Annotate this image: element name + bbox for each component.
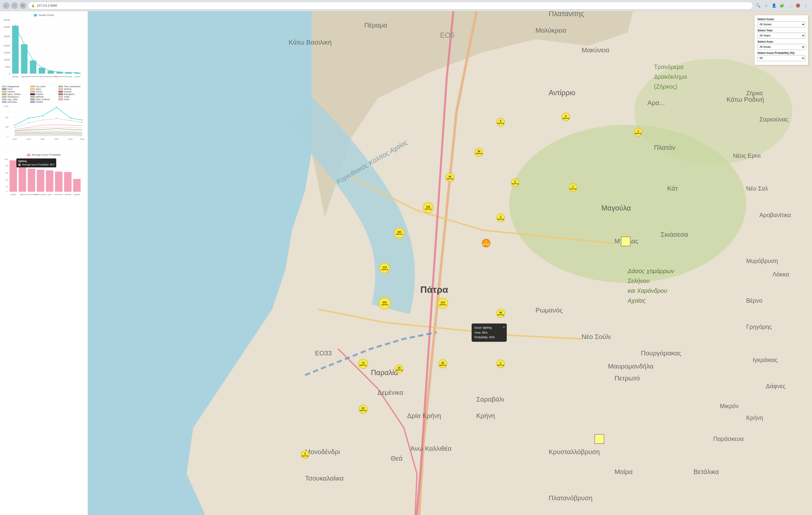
svg-point-62 <box>42 119 43 120</box>
map-cluster-c15[interactable]: 46lighting <box>496 309 505 318</box>
window-icon-btn[interactable]: ⬜ <box>787 2 793 9</box>
map-cluster-c11[interactable]: 2garbage <box>482 239 490 247</box>
legend-sichena: Sichena <box>58 88 86 90</box>
left-panel: Issues Count 35,000 30,000 25,000 20,000… <box>0 11 88 515</box>
prob-chart-title: Average Issue Probability <box>2 153 86 156</box>
legend-color-triwn <box>58 86 63 87</box>
select-area-dropdown[interactable]: All Areas Mira Skagiopoulio <box>757 44 805 50</box>
svg-text:1,200: 1,200 <box>4 105 8 107</box>
svg-text:2022: 2022 <box>69 138 73 140</box>
legend-color-demenika <box>2 101 6 103</box>
select-year-dropdown[interactable]: All Years 2018 2019 2020 2021 2022 2023 <box>757 33 805 39</box>
svg-text:40: 40 <box>6 179 8 181</box>
svg-point-59 <box>82 119 83 120</box>
svg-text:60: 60 <box>6 172 8 174</box>
svg-rect-81 <box>37 170 44 192</box>
legend-color-kria <box>30 86 35 87</box>
map-cluster-c14[interactable]: 115lighting <box>437 298 448 309</box>
security-icon: 🔒 <box>31 4 35 7</box>
svg-text:green: green <box>40 76 44 78</box>
svg-rect-80 <box>28 168 35 192</box>
forward-button[interactable]: → <box>11 2 18 9</box>
extension-icon-btn[interactable]: 🧩 <box>779 2 785 9</box>
svg-point-61 <box>28 123 29 123</box>
svg-point-24 <box>15 25 16 26</box>
svg-rect-78 <box>9 160 17 192</box>
select-issue-label: Select Issue: <box>757 18 805 21</box>
legend-color-agios-andreas <box>30 99 35 100</box>
map-cluster-c2[interactable]: 6lighting <box>561 113 570 121</box>
reload-button[interactable]: ↻ <box>20 2 26 9</box>
map-cluster-c16[interactable]: 73lighting <box>358 359 368 369</box>
legend-color-tarampoura <box>2 96 6 98</box>
legend-color-skagiopoulio <box>2 86 6 87</box>
map-cluster-c20[interactable]: 22lighting <box>359 405 368 414</box>
map-area[interactable]: Πλατανίτης Πέραμα Κάτω Βασιλική EO5 Μολύ… <box>88 11 812 515</box>
svg-text:10,000: 10,000 <box>3 59 10 61</box>
legend-color-kashtisi <box>30 101 35 103</box>
svg-point-28 <box>50 70 52 72</box>
legend-makrigianni: Makrigianni <box>58 93 86 96</box>
profile-icon-btn[interactable]: 👤 <box>771 2 777 9</box>
svg-text:parking: parking <box>10 194 16 195</box>
svg-point-54 <box>14 125 15 126</box>
svg-text:35,000: 35,000 <box>3 19 10 21</box>
map-cluster-c5[interactable]: 44lighting <box>445 173 455 182</box>
svg-point-26 <box>32 60 34 61</box>
svg-text:environment: environment <box>54 194 63 195</box>
svg-text:800: 800 <box>5 116 9 118</box>
map-cluster-c4[interactable]: 2lighting <box>634 128 642 136</box>
legend-color-sichena <box>58 88 63 90</box>
bookmark-icon-btn[interactable]: ☆ <box>763 2 770 9</box>
back-button[interactable]: ← <box>3 2 9 9</box>
map-cluster-c7[interactable]: 2lighting <box>569 183 577 192</box>
svg-rect-82 <box>46 170 53 192</box>
controls-panel: Select Issue: All Issues lighting garbag… <box>754 15 808 65</box>
map-cluster-c19[interactable]: 2lighting <box>496 359 505 368</box>
legend-color-proastio <box>30 93 35 95</box>
map-cluster-c18[interactable]: 26lighting <box>438 359 447 368</box>
svg-text:road-constructor: road-constructor <box>27 76 39 78</box>
map-cluster-c9[interactable]: 3lighting <box>496 214 505 222</box>
legend-color-zastova <box>2 91 6 92</box>
url-text: 127.0.0.1:5000 <box>37 4 57 7</box>
select-area-label: Select Area: <box>757 40 805 43</box>
svg-text:0: 0 <box>6 191 8 193</box>
svg-point-60 <box>14 127 15 128</box>
select-issue-dropdown[interactable]: All Issues lighting garbage road-constru… <box>757 21 805 27</box>
svg-rect-83 <box>55 171 62 192</box>
issues-count-chart: Issues Count 35,000 30,000 25,000 20,000… <box>0 11 88 84</box>
popup-close-button[interactable]: ✕ <box>502 324 505 330</box>
svg-point-57 <box>56 107 57 108</box>
line-chart-legend: Skagiopoulio Kria_Itewn Triwn_Navarchwn … <box>2 85 86 103</box>
svg-text:environment: environment <box>55 76 65 78</box>
map-cluster-c21[interactable]: 5lighting <box>301 450 309 459</box>
legend-demenika: Demenika <box>2 101 29 103</box>
menu-icon-btn[interactable]: ⋮ <box>803 2 809 9</box>
legend-agyia: Agyia <box>30 88 58 90</box>
svg-text:30,000: 30,000 <box>3 26 10 28</box>
svg-text:2020: 2020 <box>40 138 45 140</box>
map-cluster-c12[interactable]: 112lighting <box>379 263 390 274</box>
svg-rect-85 <box>73 179 81 192</box>
map-cluster-c17[interactable]: 20lighting <box>395 365 403 373</box>
address-bar[interactable]: 🔒 127.0.0.1:5000 <box>28 2 753 9</box>
map-cluster-c3[interactable]: 30lighting <box>474 148 483 157</box>
svg-text:400: 400 <box>5 126 9 128</box>
prob-chart: Average Issue Probability lighting Avera… <box>0 152 88 515</box>
areas-line-chart: Skagiopoulio Kria_Itewn Triwn_Navarchwn … <box>0 84 88 152</box>
avatar-icon-btn[interactable]: 🟤 <box>795 2 801 9</box>
svg-point-64 <box>70 120 71 121</box>
popup-probability: Probability: 93% <box>474 335 504 340</box>
map-cluster-c13[interactable]: 651lighting <box>379 297 391 309</box>
map-cluster-c8[interactable]: 165lighting <box>423 202 434 213</box>
svg-text:garbage: garbage <box>12 76 19 78</box>
map-cluster-c10[interactable]: 183lighting <box>394 227 405 238</box>
search-icon-btn[interactable]: 🔍 <box>755 2 761 9</box>
browser-chrome: ← → ↻ 🔒 127.0.0.1:5000 🔍 ☆ 👤 🧩 ⬜ 🟤 ⋮ <box>0 0 812 11</box>
map-cluster-c6[interactable]: 3lighting <box>511 179 519 187</box>
svg-text:5,000: 5,000 <box>5 65 10 68</box>
map-cluster-c1[interactable]: 8lighting <box>496 118 505 126</box>
svg-text:2019: 2019 <box>27 138 31 140</box>
select-prob-dropdown[interactable]: All 50 60 70 80 90 93 95 100 <box>757 55 805 61</box>
